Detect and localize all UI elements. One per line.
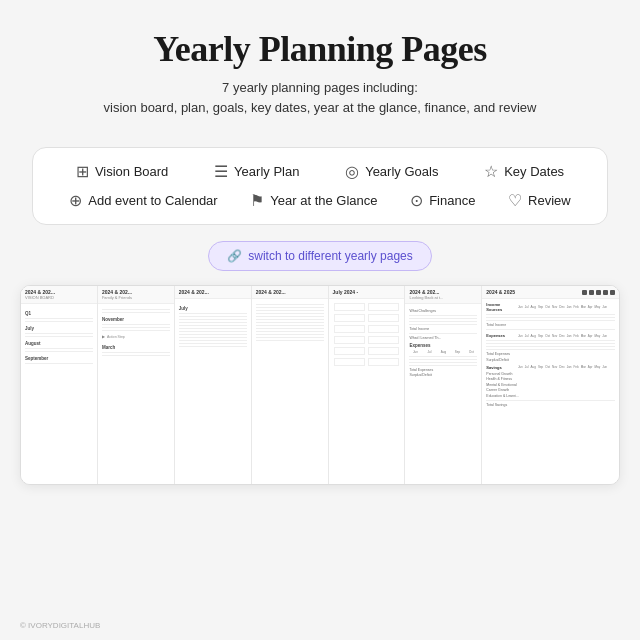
page-review: 2024 & 202... Looking Back at t... What … [405,286,482,484]
switch-pages-button[interactable]: 🔗 switch to different yearly pages [208,241,432,271]
page-finance: 2024 & 2025 Income Sources Jun Jul Aug S… [482,286,619,484]
nav-finance-label: Finance [429,193,475,208]
page-content-7: Income Sources Jun Jul Aug Sep Oct Nov D… [482,299,619,484]
page-content-5 [329,299,405,484]
pages-preview: 2024 & 202... VISION BOARD Q1 July Augus… [20,285,620,485]
nav-add-event-label: Add event to Calendar [88,193,217,208]
nav-review[interactable]: ♡ Review [508,191,571,210]
nav-year-glance-label: Year at the Glance [270,193,377,208]
header-section: Yearly Planning Pages 7 yearly planning … [0,0,640,133]
page-header-7: 2024 & 2025 [482,286,619,299]
nav-key-dates[interactable]: ☆ Key Dates [484,162,564,181]
nav-yearly-plan[interactable]: ☰ Yearly Plan [214,162,299,181]
page-yearly-plan: 2024 & 202... Family & Friends November … [98,286,175,484]
page-header-2: 2024 & 202... Family & Friends [98,286,174,304]
add-event-icon: ⊕ [69,191,82,210]
page-header-3: 2024 & 202... [175,286,251,299]
page-vision-board: 2024 & 202... VISION BOARD Q1 July Augus… [21,286,98,484]
page-header-6: 2024 & 202... Looking Back at t... [405,286,481,304]
navigation-box: ⊞ Vision Board ☰ Yearly Plan ◎ Yearly Go… [32,147,608,225]
nav-key-dates-label: Key Dates [504,164,564,179]
page-title: Yearly Planning Pages [40,28,600,70]
nav-year-glance[interactable]: ⚑ Year at the Glance [250,191,377,210]
nav-finance[interactable]: ⊙ Finance [410,191,475,210]
nav-vision-board[interactable]: ⊞ Vision Board [76,162,168,181]
nav-add-event[interactable]: ⊕ Add event to Calendar [69,191,217,210]
finance-icon: ⊙ [410,191,423,210]
nav-yearly-plan-label: Yearly Plan [234,164,299,179]
review-icon: ♡ [508,191,522,210]
page-header-1: 2024 & 202... VISION BOARD [21,286,97,304]
page-content-3: July [175,299,251,484]
yearly-goals-icon: ◎ [345,162,359,181]
key-dates-icon: ☆ [484,162,498,181]
nav-row-1: ⊞ Vision Board ☰ Yearly Plan ◎ Yearly Go… [57,162,583,181]
page-content-4 [252,299,328,484]
vision-board-icon: ⊞ [76,162,89,181]
nav-yearly-goals-label: Yearly Goals [365,164,438,179]
subtitle: 7 yearly planning pages including: visio… [40,78,600,117]
year-glance-icon: ⚑ [250,191,264,210]
page-key-dates: 2024 & 202... [252,286,329,484]
nav-review-label: Review [528,193,571,208]
nav-yearly-goals[interactable]: ◎ Yearly Goals [345,162,438,181]
nav-vision-board-label: Vision Board [95,164,168,179]
page-header-5: July 2024 - [329,286,405,299]
brand-footer: © IVORYDIGITALHUB [20,621,100,630]
page-content-6: What Challenges Total Income What I Lear… [405,304,481,484]
page-yearly-goals: 2024 & 202... July [175,286,252,484]
page-content-1: Q1 July August September [21,304,97,484]
nav-row-2: ⊕ Add event to Calendar ⚑ Year at the Gl… [57,191,583,210]
page-year-glance: July 2024 - [329,286,406,484]
yearly-plan-icon: ☰ [214,162,228,181]
link-icon: 🔗 [227,249,242,263]
page-header-4: 2024 & 202... [252,286,328,299]
page-content-2: November ▶ Action Step March [98,304,174,484]
